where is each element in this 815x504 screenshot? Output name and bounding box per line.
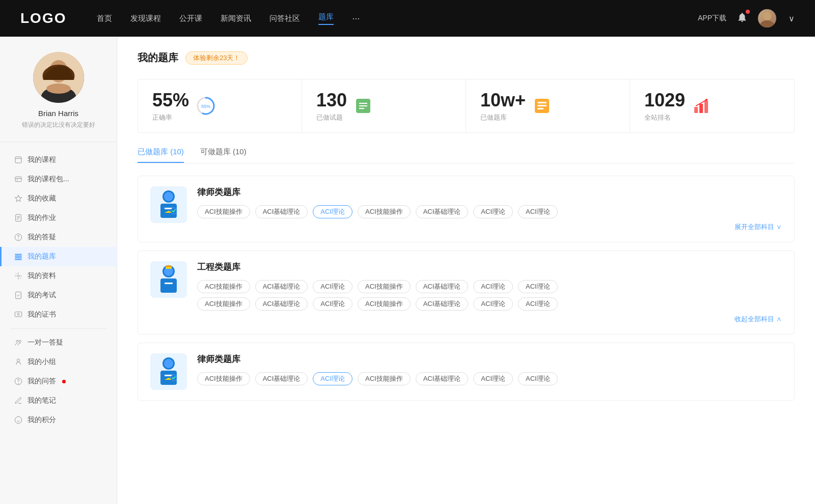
- stat-accuracy: 55% 正确率 55%: [138, 79, 302, 132]
- sidebar-item-notes[interactable]: 我的笔记: [0, 391, 117, 410]
- tag-e-7[interactable]: ACI技能操作: [197, 297, 250, 311]
- tag-e-2[interactable]: ACI理论: [313, 280, 352, 293]
- tag-l1-3[interactable]: ACI技能操作: [358, 205, 411, 218]
- one-on-one-icon: [14, 339, 22, 347]
- sidebar-item-package[interactable]: 我的课程包...: [0, 170, 117, 189]
- qbank-list: 律师类题库 ACI技能操作 ACI基础理论 ACI理论 ACI技能操作 ACI基…: [138, 176, 795, 409]
- tag-l3-5[interactable]: ACI理论: [473, 372, 513, 385]
- tag-l3-1[interactable]: ACI基础理论: [255, 372, 308, 385]
- stat-questions-value: 130: [316, 90, 347, 111]
- sidebar-item-homework[interactable]: 我的作业: [0, 208, 117, 228]
- svg-rect-6: [15, 157, 21, 163]
- tag-l3-2[interactable]: ACI理论: [313, 372, 352, 385]
- tab-done[interactable]: 已做题库 (10): [138, 147, 184, 163]
- svg-rect-23: [16, 292, 21, 298]
- notification-bell[interactable]: [737, 12, 748, 25]
- qbank-body-lawyer3: 律师类题库 ACI技能操作 ACI基础理论 ACI理论 ACI技能操作 ACI基…: [197, 353, 782, 389]
- tag-e-13[interactable]: ACI理论: [518, 297, 558, 311]
- sidebar-label-group: 我的小组: [28, 357, 56, 367]
- svg-rect-44: [537, 108, 544, 109]
- tag-l3-3[interactable]: ACI技能操作: [358, 372, 411, 385]
- group-icon: [14, 358, 22, 366]
- nav-more[interactable]: ···: [352, 13, 360, 24]
- stat-rank: 1029 全站排名: [630, 79, 794, 132]
- nav-qa[interactable]: 问答社区: [269, 14, 300, 23]
- tag-e-5[interactable]: ACI理论: [473, 280, 513, 293]
- main-layout: Brian Harris 错误的决定比没有决定要好 我的课程 我的课程包... …: [0, 0, 815, 504]
- expand-lawyer1[interactable]: 展开全部科目 ∨: [197, 222, 782, 232]
- app-download-button[interactable]: APP下载: [698, 14, 726, 23]
- user-menu-chevron[interactable]: ∨: [789, 14, 795, 23]
- package-icon: [14, 175, 22, 183]
- sidebar-item-cert[interactable]: 我的证书: [0, 305, 117, 324]
- logo: LOGO: [20, 10, 66, 26]
- page-header: 我的题库 体验剩余23天！: [138, 51, 795, 65]
- tag-e-4[interactable]: ACI基础理论: [416, 280, 469, 293]
- qa-icon: [14, 377, 22, 385]
- svg-rect-45: [694, 107, 698, 113]
- sidebar-menu: 我的课程 我的课程包... 我的收藏 我的作业 我的答疑: [0, 142, 117, 438]
- tag-e-9[interactable]: ACI理论: [313, 297, 352, 311]
- tag-e-3[interactable]: ACI技能操作: [358, 280, 411, 293]
- tag-l3-4[interactable]: ACI基础理论: [416, 372, 469, 385]
- sidebar-item-questions[interactable]: 我的答疑: [0, 228, 117, 247]
- banks-icon-container: [533, 97, 551, 115]
- qbank-title-lawyer3: 律师类题库: [197, 353, 782, 365]
- qbank-icon-lawyer3: [150, 353, 187, 390]
- sidebar-item-exam[interactable]: 我的考试: [0, 286, 117, 305]
- sidebar-item-data[interactable]: 我的资料: [0, 266, 117, 286]
- tabs-row: 已做题库 (10) 可做题库 (10): [138, 147, 795, 163]
- tag-l1-0[interactable]: ACI技能操作: [197, 205, 250, 218]
- sidebar-label-qbank: 我的题库: [28, 252, 56, 261]
- user-avatar[interactable]: [758, 9, 776, 27]
- tag-e-6[interactable]: ACI理论: [518, 280, 558, 293]
- sidebar-label-points: 我的积分: [28, 415, 56, 425]
- page-title: 我的题库: [138, 51, 178, 65]
- sidebar-label-questions: 我的答疑: [28, 233, 56, 242]
- tag-l1-2[interactable]: ACI理论: [313, 205, 352, 218]
- qbank-item-lawyer1: 律师类题库 ACI技能操作 ACI基础理论 ACI理论 ACI技能操作 ACI基…: [138, 176, 795, 242]
- sidebar-label-one-on-one: 一对一答疑: [28, 338, 63, 347]
- sidebar-item-qa[interactable]: 我的问答: [0, 372, 117, 391]
- svg-rect-59: [165, 283, 173, 284]
- tab-available[interactable]: 可做题库 (10): [200, 147, 247, 163]
- sidebar-item-course[interactable]: 我的课程: [0, 150, 117, 170]
- tag-l1-1[interactable]: ACI基础理论: [255, 205, 308, 218]
- nav-home[interactable]: 首页: [97, 14, 112, 23]
- sidebar-item-qbank[interactable]: 我的题库: [0, 247, 117, 266]
- nav-news[interactable]: 新闻资讯: [221, 14, 251, 23]
- nav-opencourse[interactable]: 公开课: [179, 14, 202, 23]
- sidebar-label-exam: 我的考试: [28, 291, 56, 300]
- svg-point-31: [15, 416, 21, 423]
- qbank-icon-engineer: [150, 261, 187, 298]
- sidebar-item-favorites[interactable]: 我的收藏: [0, 189, 117, 208]
- collapse-engineer[interactable]: 收起全部科目 ∧: [197, 315, 782, 324]
- tag-e-1[interactable]: ACI基础理论: [255, 280, 308, 293]
- sidebar-item-one-on-one[interactable]: 一对一答疑: [0, 333, 117, 352]
- homework-icon: [14, 214, 22, 222]
- tag-l3-6[interactable]: ACI理论: [518, 372, 558, 385]
- tag-l1-5[interactable]: ACI理论: [473, 205, 513, 218]
- sidebar-label-cert: 我的证书: [28, 310, 56, 319]
- tag-e-10[interactable]: ACI技能操作: [358, 297, 411, 311]
- svg-point-1: [760, 20, 774, 27]
- nav-discover[interactable]: 发现课程: [130, 14, 161, 23]
- qa-badge: [62, 380, 66, 383]
- svg-point-48: [705, 99, 708, 101]
- svg-point-22: [17, 275, 19, 277]
- tag-l1-6[interactable]: ACI理论: [518, 205, 558, 218]
- stat-accuracy-values: 55% 正确率: [152, 90, 189, 122]
- tag-e-12[interactable]: ACI理论: [473, 297, 513, 311]
- tag-e-0[interactable]: ACI技能操作: [197, 280, 250, 293]
- sidebar-item-group[interactable]: 我的小组: [0, 352, 117, 372]
- svg-rect-46: [699, 104, 703, 113]
- tag-e-8[interactable]: ACI基础理论: [255, 297, 308, 311]
- nav-qbank[interactable]: 题库: [318, 12, 334, 25]
- sidebar-item-points[interactable]: 我的积分: [0, 410, 117, 430]
- tag-l3-0[interactable]: ACI技能操作: [197, 372, 250, 385]
- banks-icon: [533, 97, 551, 115]
- svg-rect-19: [15, 256, 21, 257]
- tag-l1-4[interactable]: ACI基础理论: [416, 205, 469, 218]
- tag-e-11[interactable]: ACI基础理论: [416, 297, 469, 311]
- exam-icon: [14, 291, 22, 299]
